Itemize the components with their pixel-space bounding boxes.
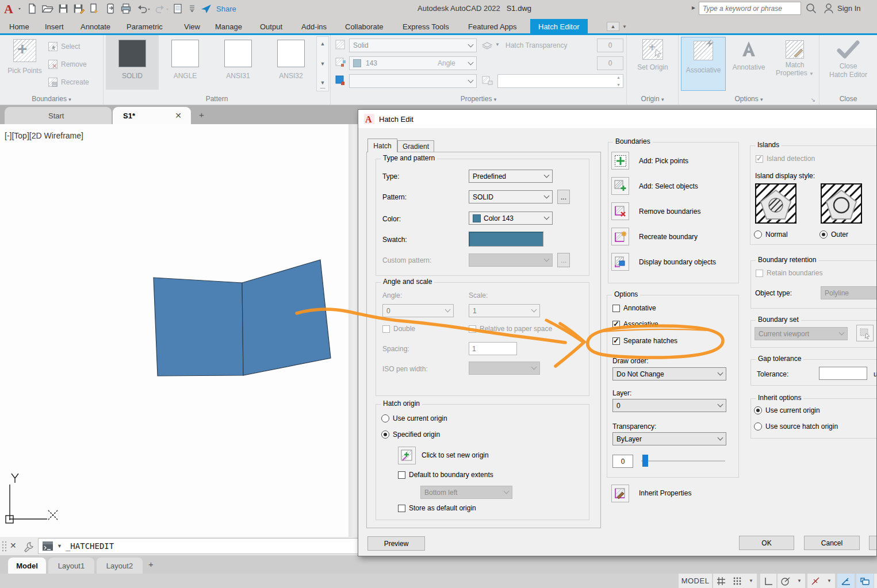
- pattern-ansi32[interactable]: ANSI32: [265, 35, 317, 90]
- dialog-launcher-icon[interactable]: ↘: [811, 97, 815, 103]
- osnap-menu-icon[interactable]: ▼: [824, 574, 835, 588]
- panel-label-close[interactable]: Close: [819, 95, 877, 103]
- workspace-icon[interactable]: [173, 3, 184, 14]
- layout-tab-layout2[interactable]: Layout2: [97, 558, 143, 574]
- transparency-select[interactable]: ByLayer: [612, 432, 726, 445]
- customize-wrench-icon[interactable]: [23, 541, 35, 552]
- dialog-title-bar[interactable]: A Hatch Edit: [358, 110, 876, 128]
- transparency-slider-handle[interactable]: [642, 455, 648, 467]
- polar-tracking-toggle[interactable]: [778, 574, 794, 588]
- hatch-region-left[interactable]: [154, 278, 243, 376]
- transparency-amount-input[interactable]: 0: [612, 455, 633, 468]
- new-layout-icon[interactable]: +: [148, 559, 154, 569]
- recreate-boundary-button[interactable]: [611, 228, 629, 245]
- hatch-color-select[interactable]: 143: [349, 56, 477, 70]
- sign-in-label[interactable]: Sign In: [837, 4, 860, 13]
- print-icon[interactable]: [120, 3, 132, 14]
- transparency-layers-icon[interactable]: [481, 40, 494, 50]
- drag-grip-icon[interactable]: [1, 540, 8, 552]
- tab-output[interactable]: Output: [255, 21, 287, 33]
- default-boundary-extents-checkbox[interactable]: Default to boundary extents: [398, 471, 493, 479]
- associative-toggle[interactable]: Associative: [681, 37, 726, 91]
- tab-collaborate[interactable]: Collaborate: [340, 21, 388, 33]
- match-properties-button[interactable]: MatchProperties ▼: [772, 37, 818, 91]
- panel-label-options[interactable]: Options ▾: [679, 95, 819, 103]
- angle-value[interactable]: 0: [597, 56, 623, 70]
- select-button[interactable]: Select: [48, 42, 80, 51]
- scroll-down-icon[interactable]: ▼: [317, 47, 328, 67]
- file-tab-start[interactable]: Start: [5, 107, 112, 124]
- recreate-button[interactable]: Recreate: [48, 78, 89, 87]
- remove-button[interactable]: Remove: [48, 60, 87, 69]
- specified-origin-radio[interactable]: Specified origin: [381, 431, 440, 439]
- panel-label-boundaries[interactable]: Boundaries ▾: [0, 95, 103, 103]
- preview-button[interactable]: Preview: [367, 536, 425, 551]
- share-label[interactable]: Share: [216, 5, 236, 13]
- tolerance-input[interactable]: [819, 367, 867, 380]
- inherit-properties-label[interactable]: Inherit Properties: [639, 489, 691, 497]
- qat-dropdown-icon[interactable]: [187, 3, 197, 14]
- snap-menu-icon[interactable]: ▼: [745, 574, 757, 588]
- help-button[interactable]: Help: [869, 536, 877, 550]
- associative-checkbox[interactable]: Associative: [612, 320, 658, 328]
- model-space-toggle[interactable]: MODEL: [679, 574, 712, 588]
- viewport-scrollbar[interactable]: [348, 124, 358, 537]
- pick-points-button[interactable]: + Pick Points: [7, 38, 43, 91]
- draw-order-select[interactable]: Do Not Change: [612, 367, 726, 381]
- store-default-origin-checkbox[interactable]: Store as default origin: [398, 504, 476, 512]
- layout-tab-model[interactable]: Model: [8, 558, 46, 574]
- dyninput-menu-icon[interactable]: ▼: [874, 574, 877, 588]
- tab-featured-apps[interactable]: Featured Apps: [464, 21, 522, 33]
- snap-toggle[interactable]: [729, 574, 745, 588]
- use-current-origin-radio[interactable]: Use current origin: [381, 414, 447, 422]
- remove-boundaries-button[interactable]: [611, 202, 629, 220]
- spinner-down-icon[interactable]: ▼: [616, 83, 621, 87]
- tab-annotate[interactable]: Annotate: [76, 21, 115, 33]
- island-outer-radio[interactable]: Outer: [819, 230, 848, 239]
- transparency-slider-track[interactable]: [641, 460, 725, 462]
- close-hatch-editor-button[interactable]: CloseHatch Editor: [824, 38, 872, 91]
- user-icon[interactable]: [822, 2, 835, 15]
- tab-view[interactable]: View: [179, 21, 205, 33]
- click-set-origin-label[interactable]: Click to set new origin: [422, 451, 489, 459]
- inherit-use-source-radio[interactable]: Use source hatch origin: [754, 422, 838, 431]
- hatch-type-select[interactable]: Solid: [349, 39, 477, 52]
- set-new-origin-button[interactable]: [398, 447, 416, 464]
- ribbon-collapse-icon[interactable]: ▲: [607, 22, 619, 31]
- color-select[interactable]: Color 143: [469, 212, 553, 225]
- annotative-button[interactable]: Annotative: [727, 37, 771, 91]
- polar-menu-icon[interactable]: ▼: [794, 574, 805, 588]
- pattern-solid[interactable]: SOLID: [106, 35, 159, 90]
- open-file-icon[interactable]: [41, 3, 54, 14]
- panel-label-origin[interactable]: Origin ▾: [627, 95, 678, 103]
- file-tab-document[interactable]: S1* ✕: [113, 107, 191, 124]
- layer-select[interactable]: 0: [612, 399, 726, 412]
- search-icon[interactable]: [805, 2, 818, 15]
- tab-hatch-editor[interactable]: Hatch Editor: [530, 19, 588, 34]
- add-select-objects-button[interactable]: [611, 177, 629, 195]
- transparency-menu-icon[interactable]: ▼: [495, 42, 500, 47]
- tab-home[interactable]: Home: [5, 21, 34, 33]
- pattern-browse-button[interactable]: ...: [557, 190, 570, 204]
- spinner-up-icon[interactable]: ▲: [616, 75, 621, 79]
- close-command-icon[interactable]: ✕: [10, 541, 17, 550]
- tab-express-tools[interactable]: Express Tools: [398, 21, 454, 33]
- annotative-checkbox[interactable]: Annotative: [612, 304, 656, 312]
- set-origin-button[interactable]: + Set Origin: [634, 38, 671, 91]
- new-tab-icon[interactable]: +: [199, 110, 204, 120]
- background-color-select[interactable]: [349, 74, 477, 88]
- add-pick-points-button[interactable]: [611, 152, 629, 170]
- panel-label-properties[interactable]: Properties ▾: [331, 95, 626, 103]
- tab-parametric[interactable]: Parametric: [122, 21, 167, 33]
- recent-commands-icon[interactable]: ▼: [57, 543, 62, 549]
- remove-boundaries-label[interactable]: Remove boundaries: [639, 207, 700, 216]
- swatch-preview[interactable]: [469, 232, 543, 247]
- scroll-up-icon[interactable]: ▲: [317, 37, 328, 47]
- undo-icon[interactable]: [136, 3, 151, 14]
- layout-tab-layout1[interactable]: Layout1: [48, 558, 94, 574]
- hatch-transparency-value[interactable]: 0: [597, 39, 623, 52]
- redo-icon[interactable]: [154, 3, 169, 14]
- ortho-toggle[interactable]: [760, 574, 776, 588]
- pattern-ansi31[interactable]: ANSI31: [212, 35, 265, 90]
- close-tab-icon[interactable]: ✕: [175, 111, 182, 120]
